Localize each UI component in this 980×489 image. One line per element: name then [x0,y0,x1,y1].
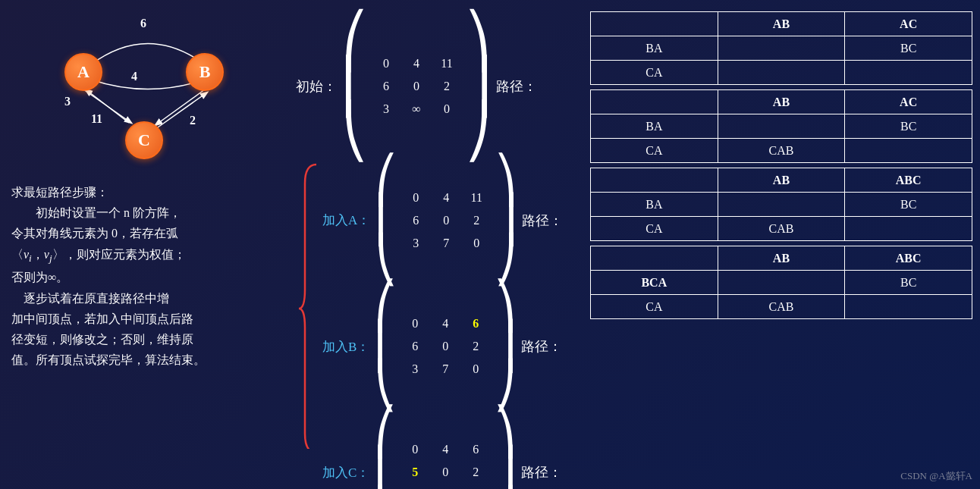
td-ba-ab-1 [718,36,845,61]
add-c-row: 加入C： ⎛⎜⎝ 046502370 ⎞⎟⎠ 路径： [322,412,584,489]
rb-b: ⎞⎟⎠ [494,287,517,406]
step-line8: 径变短，则修改之；否则，维持原 [11,329,288,350]
td-ca-ab-2: CAB [718,139,845,163]
edge-ba-weight: 4 [131,70,137,83]
initial-matrix-grid: 04116023∞0 [368,50,465,123]
step-description: 求最短路径步骤： 初始时设置一个 n 阶方阵， 令其对角线元素为 0，若存在弧 … [8,182,288,370]
steps-section: 加入A： ⎛⎜⎝ 0411602370 ⎞⎟⎠ 路径： 加入B： ⎛⎜⎝ 046… [296,161,584,490]
step-line1: 求最短路径步骤： [11,182,288,202]
td-ba-ab-3 [718,193,845,217]
edge-bc-weight: 2 [190,114,196,127]
th-empty-3 [591,168,718,193]
lb-c: ⎛⎜⎝ [374,412,397,489]
table-after-c: AB ABC BCA BC CA CAB [590,246,972,319]
middle-panel: 初始： ⎛⎜⎝ 04116023∞0 ⎞⎟⎠ 路径： 加入A： ⎛⎜⎝ 0411… [288,8,584,481]
init-section: 初始： ⎛⎜⎝ 04116023∞0 ⎞⎟⎠ 路径： [296,19,584,155]
table-after-b: AB ABC BA BC CA CAB [590,168,972,241]
step-line9: 值。所有顶点试探完毕，算法结束。 [11,350,288,370]
step-line4: 〈vi，vj〉，则对应元素为权值； [11,244,288,268]
add-b-row: 加入B： ⎛⎜⎝ 046602370 ⎞⎟⎠ 路径： [322,287,584,406]
td-bca-4: BCA [591,271,718,295]
step-line6: 逐步试着在原直接路径中增 [11,288,288,309]
step-line5: 否则为∞。 [11,267,288,287]
th-ac-2: AC [845,90,972,114]
edge-ca-weight: 11 [91,112,102,126]
td-ca-2: CA [591,139,718,163]
td-ba-ac-1: BC [845,36,972,61]
th-empty-1 [591,12,718,36]
th-ab-1: AB [718,12,845,36]
left-panel: A B C 6 4 11 3 2 求最短路径步骤： 初始时设置一个 n 阶方阵，… [8,8,288,481]
td-ca-4: CA [591,295,718,319]
add-b-label: 加入B： [322,338,369,356]
td-ca-ac-1 [845,61,972,85]
td-ca-ac-3 [845,217,972,241]
step-line2: 初始时设置一个 n 阶方阵， [11,202,288,223]
step-line7: 加中间顶点，若加入中间顶点后路 [11,309,288,329]
node-a: A [64,53,102,91]
initial-matrix-wrap: ⎛⎜⎝ 04116023∞0 ⎞⎟⎠ [341,19,492,155]
td-ba-ab-2 [718,114,845,139]
right-panel: AB AC BA BC CA AB AC BA [584,8,972,481]
table-after-a: AB AC BA BC CA CAB [590,89,972,163]
left-bracket-init: ⎛⎜⎝ [341,19,368,155]
add-a-matrix: ⎛⎜⎝ 0411602370 ⎞⎟⎠ [375,161,517,281]
add-a-label: 加入A： [322,212,370,229]
rb-a: ⎞⎟⎠ [495,161,517,281]
lb-a: ⎛⎜⎝ [375,161,397,281]
td-ba-3: BA [591,193,718,217]
curly-brace-svg [297,161,320,449]
step-line3: 令其对角线元素为 0，若存在弧 [11,223,288,243]
add-c-matrix: ⎛⎜⎝ 046502370 ⎞⎟⎠ [374,412,517,489]
edge-ac-weight: 3 [64,95,71,108]
init-label: 初始： [296,77,337,96]
td-ca-ac-4 [845,295,972,319]
td-ca-ab-1 [718,61,845,85]
td-ba-ac-2: BC [845,114,972,139]
th-empty-2 [591,90,718,114]
rb-c: ⎞⎟⎠ [494,412,517,489]
td-ca-ac-2 [845,139,972,163]
table-initial: AB AC BA BC CA [590,11,972,85]
td-ca-3: CA [591,217,718,241]
lb-b: ⎛⎜⎝ [374,287,397,406]
right-bracket-init: ⎞⎟⎠ [465,19,492,155]
td-ba-ac-3: BC [845,193,972,217]
add-c-grid: 046502370 [397,436,494,489]
node-c: C [125,121,163,159]
edge-ab-weight: 6 [140,17,146,30]
path-label-init: 路径： [496,77,537,96]
td-ca-1: CA [591,61,718,85]
td-ca-ab-4: CAB [718,295,845,319]
th-ac-1: AC [845,12,972,36]
th-ab-3: AB [718,168,845,193]
td-ca-ab-3: CAB [718,217,845,241]
path-label-b: 路径： [521,337,562,356]
add-a-grid: 0411602370 [397,184,495,257]
td-ba-ac-4: BC [845,271,972,295]
th-ab-2: AB [718,90,845,114]
th-ab-4: AB [718,246,845,271]
graph-area: A B C 6 4 11 3 2 [49,15,247,174]
watermark: CSDN @A懿轩A [900,469,972,483]
add-a-row: 加入A： ⎛⎜⎝ 0411602370 ⎞⎟⎠ 路径： [322,161,584,281]
path-label-c: 路径： [521,463,562,481]
node-b: B [186,53,224,91]
th-abc-3: ABC [845,168,972,193]
td-ba-2: BA [591,114,718,139]
th-abc-4: ABC [845,246,972,271]
td-ba-ab-4 [718,271,845,295]
th-empty-4 [591,246,718,271]
td-ba-1: BA [591,36,718,61]
path-label-a: 路径： [522,212,563,230]
main-container: A B C 6 4 11 3 2 求最短路径步骤： 初始时设置一个 n 阶方阵，… [0,0,980,489]
add-b-matrix: ⎛⎜⎝ 046602370 ⎞⎟⎠ [374,287,517,406]
add-b-grid: 046602370 [397,310,494,383]
add-c-label: 加入C： [322,464,369,481]
